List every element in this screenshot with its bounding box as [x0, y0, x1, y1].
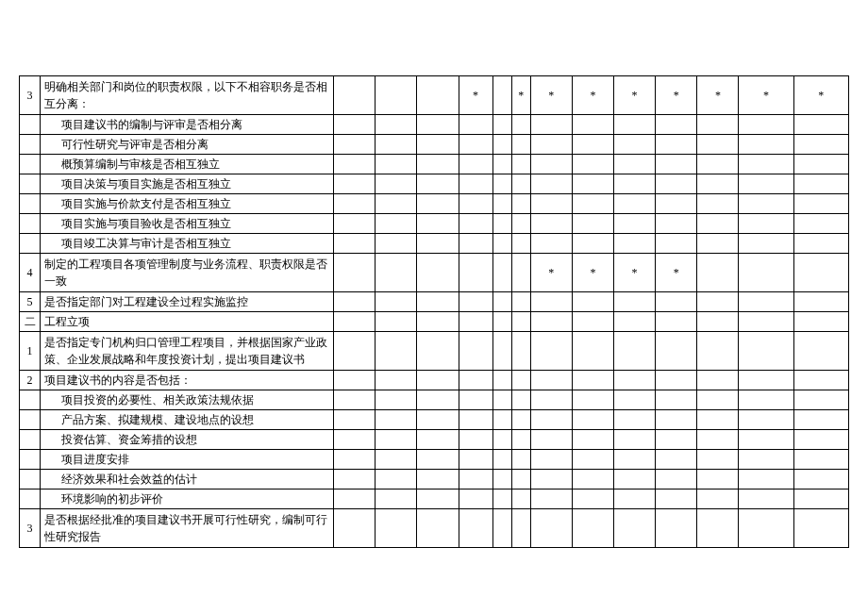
- row-number: [20, 174, 41, 194]
- data-cell: [614, 135, 656, 155]
- data-cell: [572, 371, 613, 390]
- data-cell: [459, 509, 492, 548]
- data-cell: *: [572, 76, 613, 115]
- table-row: 5是否指定部门对工程建设全过程实施监控: [20, 292, 849, 312]
- row-number: [20, 430, 41, 450]
- row-number: [20, 470, 41, 490]
- data-cell: [530, 234, 572, 254]
- row-description: 环境影响的初步评价: [41, 490, 334, 509]
- data-cell: [530, 194, 572, 214]
- data-cell: [697, 234, 739, 254]
- data-cell: *: [530, 76, 572, 115]
- data-cell: [511, 292, 530, 312]
- table-row: 3明确相关部门和岗位的职责权限，以下不相容职务是否相互分离：*********: [20, 76, 849, 115]
- data-cell: [492, 509, 511, 548]
- data-cell: [739, 450, 793, 470]
- data-cell: [417, 430, 459, 450]
- data-cell: [459, 115, 492, 135]
- data-cell: [793, 292, 848, 312]
- data-cell: [793, 194, 848, 214]
- data-cell: *: [656, 76, 697, 115]
- row-description: 项目决策与项目实施是否相互独立: [41, 174, 334, 194]
- row-number: [20, 214, 41, 234]
- data-cell: [572, 450, 613, 470]
- data-cell: [530, 135, 572, 155]
- data-cell: [492, 312, 511, 332]
- data-cell: [459, 450, 492, 470]
- data-cell: [492, 470, 511, 490]
- data-cell: [492, 155, 511, 174]
- table-row: 二工程立项: [20, 312, 849, 332]
- checklist-table: 3明确相关部门和岗位的职责权限，以下不相容职务是否相互分离：*********项…: [19, 75, 849, 548]
- data-cell: [334, 214, 376, 234]
- table-row: 项目建议书的编制与评审是否相分离: [20, 115, 849, 135]
- data-cell: [459, 332, 492, 371]
- data-cell: [492, 115, 511, 135]
- data-cell: [572, 234, 613, 254]
- row-description: 项目实施与项目验收是否相互独立: [41, 214, 334, 234]
- table-row: 2项目建议书的内容是否包括：: [20, 371, 849, 390]
- data-cell: [334, 135, 376, 155]
- data-cell: [572, 509, 613, 548]
- table-row: 项目竣工决算与审计是否相互独立: [20, 234, 849, 254]
- data-cell: [417, 332, 459, 371]
- data-cell: [511, 155, 530, 174]
- data-cell: [417, 254, 459, 292]
- table-row: 环境影响的初步评价: [20, 490, 849, 509]
- data-cell: [572, 490, 613, 509]
- row-number: 3: [20, 509, 41, 548]
- data-cell: [459, 254, 492, 292]
- data-cell: [656, 450, 697, 470]
- data-cell: [793, 450, 848, 470]
- data-cell: [511, 509, 530, 548]
- data-cell: [530, 332, 572, 371]
- row-number: 4: [20, 254, 41, 292]
- data-cell: [572, 194, 613, 214]
- row-number: [20, 194, 41, 214]
- table-row: 产品方案、拟建规模、建设地点的设想: [20, 410, 849, 430]
- data-cell: [656, 509, 697, 548]
- data-cell: [511, 490, 530, 509]
- data-cell: [739, 214, 793, 234]
- row-description: 明确相关部门和岗位的职责权限，以下不相容职务是否相互分离：: [41, 76, 334, 115]
- data-cell: [572, 135, 613, 155]
- data-cell: [334, 174, 376, 194]
- data-cell: [614, 234, 656, 254]
- data-cell: [656, 174, 697, 194]
- data-cell: [572, 214, 613, 234]
- data-cell: [511, 254, 530, 292]
- data-cell: [417, 490, 459, 509]
- data-cell: [793, 509, 848, 548]
- data-cell: [417, 155, 459, 174]
- data-cell: [614, 312, 656, 332]
- data-cell: [376, 450, 417, 470]
- data-cell: [793, 371, 848, 390]
- data-cell: [334, 312, 376, 332]
- row-description: 项目建议书的内容是否包括：: [41, 371, 334, 390]
- data-cell: [697, 450, 739, 470]
- data-cell: [376, 234, 417, 254]
- data-cell: [656, 292, 697, 312]
- data-cell: [511, 214, 530, 234]
- row-description: 项目投资的必要性、相关政策法规依据: [41, 390, 334, 410]
- data-cell: [492, 76, 511, 115]
- data-cell: [530, 312, 572, 332]
- row-description: 项目竣工决算与审计是否相互独立: [41, 234, 334, 254]
- data-cell: [572, 390, 613, 410]
- data-cell: [530, 115, 572, 135]
- data-cell: [572, 174, 613, 194]
- data-cell: [376, 214, 417, 234]
- data-cell: [459, 390, 492, 410]
- data-cell: [697, 214, 739, 234]
- data-cell: [793, 430, 848, 450]
- row-number: [20, 115, 41, 135]
- data-cell: *: [656, 254, 697, 292]
- data-cell: [459, 214, 492, 234]
- table-row: 1是否指定专门机构归口管理工程项目，并根据国家产业政策、企业发展战略和年度投资计…: [20, 332, 849, 371]
- row-number: [20, 410, 41, 430]
- data-cell: [739, 174, 793, 194]
- data-cell: [334, 430, 376, 450]
- data-cell: [376, 135, 417, 155]
- row-number: [20, 390, 41, 410]
- data-cell: [492, 371, 511, 390]
